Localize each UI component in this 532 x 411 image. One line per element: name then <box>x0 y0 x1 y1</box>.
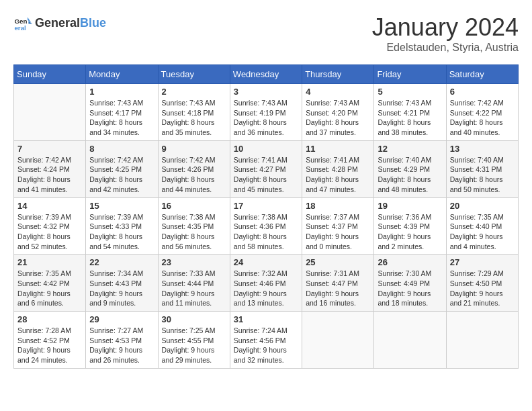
calendar-cell: 12Sunrise: 7:40 AM Sunset: 4:29 PM Dayli… <box>374 140 446 197</box>
calendar-week-row: 7Sunrise: 7:42 AM Sunset: 4:24 PM Daylig… <box>14 140 519 197</box>
day-number: 16 <box>162 201 226 211</box>
day-number: 18 <box>306 201 370 211</box>
calendar-cell: 18Sunrise: 7:37 AM Sunset: 4:37 PM Dayli… <box>302 197 374 255</box>
cell-content: Sunrise: 7:41 AM Sunset: 4:27 PM Dayligh… <box>234 155 298 195</box>
cell-content: Sunrise: 7:31 AM Sunset: 4:47 PM Dayligh… <box>306 269 370 308</box>
calendar-cell: 16Sunrise: 7:38 AM Sunset: 4:35 PM Dayli… <box>158 197 230 255</box>
cell-content: Sunrise: 7:35 AM Sunset: 4:42 PM Dayligh… <box>17 269 82 308</box>
cell-content: Sunrise: 7:39 AM Sunset: 4:33 PM Dayligh… <box>89 212 154 252</box>
svg-marker-3 <box>28 21 32 24</box>
calendar-cell: 6Sunrise: 7:42 AM Sunset: 4:22 PM Daylig… <box>446 84 518 141</box>
day-number: 26 <box>378 257 442 267</box>
calendar-cell: 11Sunrise: 7:41 AM Sunset: 4:28 PM Dayli… <box>302 140 374 197</box>
logo: Gen eral GeneralBlue <box>13 13 106 32</box>
day-number: 12 <box>378 144 442 154</box>
calendar-week-row: 21Sunrise: 7:35 AM Sunset: 4:42 PM Dayli… <box>14 255 519 312</box>
calendar-cell: 22Sunrise: 7:34 AM Sunset: 4:43 PM Dayli… <box>86 255 158 312</box>
page-header: Gen eral GeneralBlue January 2024 Edelst… <box>13 13 519 54</box>
day-number: 9 <box>162 144 226 154</box>
calendar-cell: 8Sunrise: 7:42 AM Sunset: 4:25 PM Daylig… <box>86 140 158 197</box>
cell-content: Sunrise: 7:43 AM Sunset: 4:21 PM Dayligh… <box>378 98 442 138</box>
day-number: 30 <box>162 314 226 324</box>
cell-content: Sunrise: 7:25 AM Sunset: 4:55 PM Dayligh… <box>162 326 226 365</box>
cell-content: Sunrise: 7:36 AM Sunset: 4:39 PM Dayligh… <box>378 212 442 252</box>
logo-blue: Blue <box>80 16 106 30</box>
cell-content: Sunrise: 7:34 AM Sunset: 4:43 PM Dayligh… <box>89 269 154 308</box>
cell-content: Sunrise: 7:43 AM Sunset: 4:20 PM Dayligh… <box>306 98 370 138</box>
calendar-cell: 1Sunrise: 7:43 AM Sunset: 4:17 PM Daylig… <box>86 84 158 141</box>
cell-content: Sunrise: 7:43 AM Sunset: 4:19 PM Dayligh… <box>234 98 298 138</box>
day-number: 11 <box>306 144 370 154</box>
calendar-cell: 31Sunrise: 7:24 AM Sunset: 4:56 PM Dayli… <box>230 312 302 369</box>
calendar-cell: 10Sunrise: 7:41 AM Sunset: 4:27 PM Dayli… <box>230 140 302 197</box>
day-number: 1 <box>89 87 154 97</box>
svg-text:eral: eral <box>14 24 26 32</box>
cell-content: Sunrise: 7:42 AM Sunset: 4:25 PM Dayligh… <box>89 155 154 195</box>
cell-content: Sunrise: 7:35 AM Sunset: 4:40 PM Dayligh… <box>450 212 515 252</box>
cell-content: Sunrise: 7:40 AM Sunset: 4:29 PM Dayligh… <box>378 155 442 195</box>
calendar-cell: 28Sunrise: 7:28 AM Sunset: 4:52 PM Dayli… <box>14 312 86 369</box>
cell-content: Sunrise: 7:28 AM Sunset: 4:52 PM Dayligh… <box>17 326 82 365</box>
day-number: 27 <box>450 257 515 267</box>
day-number: 3 <box>234 87 298 97</box>
day-number: 4 <box>306 87 370 97</box>
cell-content: Sunrise: 7:41 AM Sunset: 4:28 PM Dayligh… <box>306 155 370 195</box>
day-number: 19 <box>378 201 442 211</box>
calendar-cell <box>374 312 446 369</box>
day-number: 23 <box>162 257 226 267</box>
cell-content: Sunrise: 7:33 AM Sunset: 4:44 PM Dayligh… <box>162 269 226 308</box>
day-number: 28 <box>17 314 82 324</box>
cell-content: Sunrise: 7:30 AM Sunset: 4:49 PM Dayligh… <box>378 269 442 308</box>
logo-text: GeneralBlue <box>35 16 106 30</box>
cell-content: Sunrise: 7:29 AM Sunset: 4:50 PM Dayligh… <box>450 269 515 308</box>
location-title: Edelstauden, Styria, Austria <box>372 42 519 54</box>
cell-content: Sunrise: 7:27 AM Sunset: 4:53 PM Dayligh… <box>89 326 154 365</box>
day-number: 24 <box>234 257 298 267</box>
day-number: 29 <box>89 314 154 324</box>
weekday-header-row: SundayMondayTuesdayWednesdayThursdayFrid… <box>14 65 519 84</box>
day-number: 20 <box>450 201 515 211</box>
calendar-cell <box>302 312 374 369</box>
calendar-cell: 19Sunrise: 7:36 AM Sunset: 4:39 PM Dayli… <box>374 197 446 255</box>
calendar-cell: 26Sunrise: 7:30 AM Sunset: 4:49 PM Dayli… <box>374 255 446 312</box>
cell-content: Sunrise: 7:24 AM Sunset: 4:56 PM Dayligh… <box>234 326 298 365</box>
day-number: 2 <box>162 87 226 97</box>
cell-content: Sunrise: 7:38 AM Sunset: 4:35 PM Dayligh… <box>162 212 226 252</box>
cell-content: Sunrise: 7:38 AM Sunset: 4:36 PM Dayligh… <box>234 212 298 252</box>
calendar-cell <box>14 84 86 141</box>
day-number: 22 <box>89 257 154 267</box>
day-number: 21 <box>17 257 82 267</box>
weekday-header-tuesday: Tuesday <box>158 65 230 84</box>
calendar-cell: 5Sunrise: 7:43 AM Sunset: 4:21 PM Daylig… <box>374 84 446 141</box>
calendar-cell: 13Sunrise: 7:40 AM Sunset: 4:31 PM Dayli… <box>446 140 518 197</box>
day-number: 15 <box>89 201 154 211</box>
calendar-cell: 2Sunrise: 7:43 AM Sunset: 4:18 PM Daylig… <box>158 84 230 141</box>
weekday-header-friday: Friday <box>374 65 446 84</box>
calendar-cell: 24Sunrise: 7:32 AM Sunset: 4:46 PM Dayli… <box>230 255 302 312</box>
day-number: 7 <box>17 144 82 154</box>
cell-content: Sunrise: 7:42 AM Sunset: 4:26 PM Dayligh… <box>162 155 226 195</box>
calendar-cell: 3Sunrise: 7:43 AM Sunset: 4:19 PM Daylig… <box>230 84 302 141</box>
calendar-cell: 23Sunrise: 7:33 AM Sunset: 4:44 PM Dayli… <box>158 255 230 312</box>
calendar-week-row: 28Sunrise: 7:28 AM Sunset: 4:52 PM Dayli… <box>14 312 519 369</box>
calendar-cell: 29Sunrise: 7:27 AM Sunset: 4:53 PM Dayli… <box>86 312 158 369</box>
weekday-header-monday: Monday <box>86 65 158 84</box>
cell-content: Sunrise: 7:32 AM Sunset: 4:46 PM Dayligh… <box>234 269 298 308</box>
day-number: 25 <box>306 257 370 267</box>
day-number: 6 <box>450 87 515 97</box>
calendar-cell: 27Sunrise: 7:29 AM Sunset: 4:50 PM Dayli… <box>446 255 518 312</box>
weekday-header-sunday: Sunday <box>14 65 86 84</box>
weekday-header-thursday: Thursday <box>302 65 374 84</box>
day-number: 10 <box>234 144 298 154</box>
calendar-cell: 21Sunrise: 7:35 AM Sunset: 4:42 PM Dayli… <box>14 255 86 312</box>
weekday-header-saturday: Saturday <box>446 65 518 84</box>
cell-content: Sunrise: 7:43 AM Sunset: 4:17 PM Dayligh… <box>89 98 154 138</box>
calendar-cell: 7Sunrise: 7:42 AM Sunset: 4:24 PM Daylig… <box>14 140 86 197</box>
day-number: 13 <box>450 144 515 154</box>
month-title: January 2024 <box>372 13 519 42</box>
calendar-week-row: 1Sunrise: 7:43 AM Sunset: 4:17 PM Daylig… <box>14 84 519 141</box>
cell-content: Sunrise: 7:39 AM Sunset: 4:32 PM Dayligh… <box>17 212 82 252</box>
weekday-header-wednesday: Wednesday <box>230 65 302 84</box>
cell-content: Sunrise: 7:40 AM Sunset: 4:31 PM Dayligh… <box>450 155 515 195</box>
day-number: 31 <box>234 314 298 324</box>
